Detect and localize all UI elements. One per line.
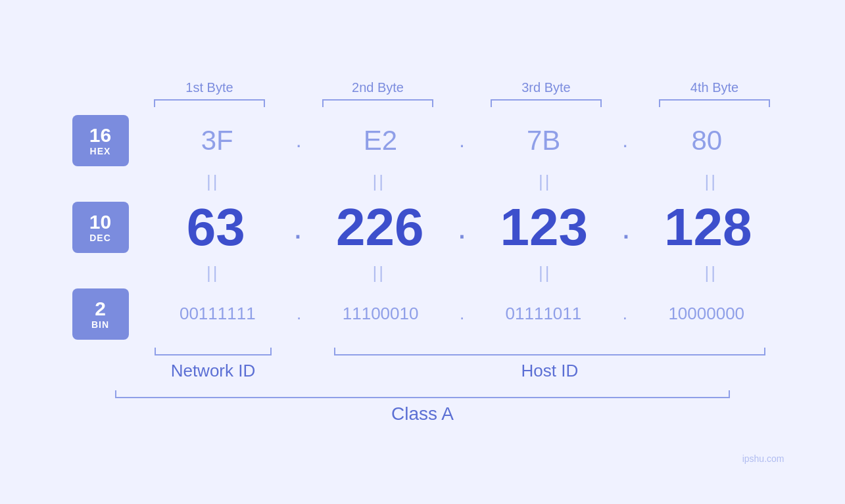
hex-values: 3F . E2 . 7B . 80 [140,125,785,156]
dec-base-name: DEC [89,233,111,243]
bin-val-2: 11100010 [302,304,458,324]
hex-base-number: 16 [89,124,111,146]
byte-label-4: 4th Byte [690,80,738,95]
class-label: Class A [391,403,454,424]
hex-badge: 16 HEX [72,115,129,166]
bin-dot-2: . [458,304,466,324]
bracket-top-2 [322,99,434,107]
watermark: ipshu.com [742,453,785,464]
class-row: Class A [61,390,785,424]
dec-val-3: 123 [468,197,620,258]
hex-row: 16 HEX 3F . E2 . 7B . 80 [61,115,785,166]
eq-6: || [306,263,452,283]
eq-values-2: || || || || [140,263,785,283]
eq-1: || [140,172,287,192]
dec-dot-1: . [292,208,304,246]
bracket-top-4 [659,99,771,107]
hex-val-2: E2 [303,125,458,156]
dec-badge-cell: 10 DEC [61,202,140,253]
eq-3: || [472,172,619,192]
bin-badge-cell: 2 BIN [61,288,140,340]
host-bracket-line [334,348,765,355]
bin-val-4: 10000000 [629,304,785,324]
network-id-label: Network ID [171,361,256,381]
eq-2: || [306,172,452,192]
dec-val-1: 63 [140,197,293,258]
eq-7: || [472,263,619,283]
bin-row: 2 BIN 00111111 . 11100010 . 01111011 . 1… [61,288,785,340]
brackets-row: Network ID Host ID [61,348,785,381]
hex-dot-1: . [295,128,303,152]
bin-values: 00111111 . 11100010 . 01111011 . 1000000… [140,304,785,324]
eq-8: || [638,263,785,283]
byte-col-3: 3rd Byte [477,80,616,107]
bin-dot-1: . [295,304,302,324]
hex-dot-3: . [621,128,629,152]
network-bracket-line [155,348,272,355]
equals-row-1: || || || || [61,172,785,192]
byte-col-4: 4th Byte [645,80,785,107]
bin-badge: 2 BIN [72,288,129,340]
bin-val-1: 00111111 [140,304,296,324]
hex-val-4: 80 [629,125,784,156]
equals-row-2: || || || || [61,263,785,283]
hex-badge-cell: 16 HEX [61,115,140,166]
bin-dot-3: . [621,304,629,324]
dec-dot-3: . [620,208,632,246]
byte-label-2: 2nd Byte [352,80,404,95]
eq-4: || [638,172,785,192]
dec-values: 63 . 226 . 123 . 128 [140,197,785,258]
byte-col-1: 1st Byte [140,80,279,107]
bottom-section: Network ID Host ID [61,348,785,381]
dec-row: 10 DEC 63 . 226 . 123 . 128 [61,197,785,258]
byte-col-2: 2nd Byte [308,80,448,107]
bin-val-3: 01111011 [466,304,621,324]
hex-val-3: 7B [466,125,621,156]
class-bracket-line [115,390,730,398]
bracket-top-1 [154,99,266,107]
dec-dot-2: . [456,208,468,246]
network-id-bracket: Network ID [140,348,287,381]
bracket-top-3 [491,99,602,107]
hex-base-name: HEX [90,146,111,156]
host-id-label: Host ID [521,361,579,381]
byte-label-3: 3rd Byte [521,80,570,95]
dec-val-2: 226 [304,197,456,258]
eq-values-1: || || || || [140,172,785,192]
dec-val-4: 128 [632,197,785,258]
dec-base-number: 10 [89,211,111,233]
hex-dot-2: . [458,128,466,152]
hex-val-1: 3F [140,125,295,156]
eq-5: || [140,263,287,283]
byte-label-1: 1st Byte [185,80,233,95]
host-id-bracket: Host ID [315,348,784,381]
bin-base-number: 2 [95,298,106,319]
byte-labels-row: 1st Byte 2nd Byte 3rd Byte 4th Byte [61,80,785,107]
bin-base-name: BIN [91,319,109,330]
dec-badge: 10 DEC [72,202,129,253]
